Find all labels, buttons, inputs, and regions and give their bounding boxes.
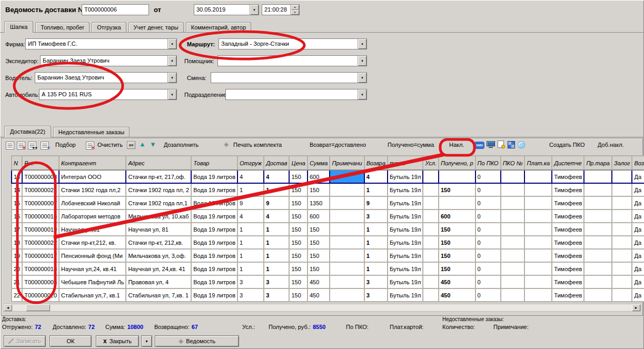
scroll-right-icon[interactable]: ► — [632, 304, 640, 311]
grid-cell[interactable]: 450 — [308, 288, 330, 302]
move-down-button[interactable]: ▼ — [150, 141, 156, 147]
grid-cell[interactable]: 9 — [237, 196, 264, 210]
grid-cell[interactable]: 21 — [12, 275, 22, 288]
grid-cell[interactable]: 3 — [237, 288, 264, 302]
grid-cell[interactable] — [439, 196, 475, 210]
monitor-button[interactable] — [487, 141, 495, 149]
grid-cell[interactable]: Да — [632, 249, 644, 262]
grid-cell[interactable]: Т000000016 — [22, 210, 59, 223]
column-header[interactable]: По ПКО — [475, 156, 501, 170]
column-header[interactable]: Адрес — [126, 156, 191, 170]
grid-cell[interactable]: Вода 19 литров — [191, 210, 237, 223]
grid-cell[interactable]: 600 — [308, 170, 330, 183]
avtomobil-combo[interactable]: А 135 РО 161 RUS ▼ — [39, 89, 177, 100]
grid-cell[interactable]: 450 — [439, 275, 475, 288]
grid-cell[interactable]: Да — [632, 196, 644, 210]
grid-cell[interactable]: 19 — [12, 249, 22, 262]
grid-cell[interactable] — [330, 275, 364, 288]
nakl-button[interactable]: Накл. — [449, 142, 464, 148]
grid-cell[interactable]: Лобачевский Николай — [59, 196, 126, 210]
horizontal-scrollbar[interactable]: ◄ ► — [3, 304, 641, 312]
grid-cell[interactable]: 17 — [12, 223, 22, 236]
grid-cell[interactable] — [524, 223, 552, 236]
scroll-thumb[interactable] — [26, 304, 50, 311]
dropdown-button[interactable]: ▼ — [167, 89, 176, 99]
grid-cell[interactable]: 1 — [264, 183, 289, 196]
grid-cell[interactable] — [584, 223, 612, 236]
clear-button[interactable]: ✕ — [86, 142, 94, 151]
grid-cell[interactable]: Бутыль 19л — [388, 183, 423, 196]
grid-cell[interactable] — [612, 183, 632, 196]
grid-cell[interactable] — [501, 249, 525, 262]
grid-cell[interactable]: Т000000021 — [22, 183, 59, 196]
grid-cell[interactable]: Вода 19 литров — [191, 223, 237, 236]
column-header[interactable]: Контрагент — [59, 156, 126, 170]
blocks-button[interactable] — [508, 141, 515, 149]
dropdown-button[interactable]: ▼ — [167, 39, 176, 49]
sort-button[interactable]: ая — [127, 141, 135, 149]
grid-cell[interactable]: 0 — [475, 170, 501, 183]
grid-cell[interactable]: 600 — [439, 210, 475, 223]
grid-cell[interactable] — [501, 183, 525, 196]
grid-cell[interactable]: 150 — [439, 262, 475, 275]
grid-cell[interactable] — [612, 262, 632, 275]
grid-cell[interactable] — [423, 236, 439, 249]
more-actions-button[interactable]: ▼ — [141, 335, 152, 347]
grid-cell[interactable] — [501, 196, 525, 210]
grid-cell[interactable] — [584, 262, 612, 275]
grid-cell[interactable]: Бутыль 19л — [388, 236, 423, 249]
grid-cell[interactable]: 20 — [12, 262, 22, 275]
grid-cell[interactable] — [524, 249, 552, 262]
grid-cell[interactable]: 18 — [12, 236, 22, 249]
grid-cell[interactable]: 150 — [289, 196, 308, 210]
dozapolnit-button[interactable]: Дозаполнить — [164, 142, 199, 148]
grid-cell[interactable]: Бутыль 19л — [388, 170, 423, 183]
dropdown-button[interactable]: ▼ — [167, 73, 176, 83]
grid-cell[interactable] — [501, 210, 525, 223]
grid-cell[interactable] — [524, 236, 552, 249]
grid-cell[interactable]: Тимофеев — [552, 288, 584, 302]
tab-toplivo-probeg[interactable]: Топливо, пробег — [35, 22, 90, 32]
grid-cell[interactable]: Да — [632, 288, 644, 302]
dropdown-button[interactable]: ▼ — [358, 39, 366, 49]
grid-cell[interactable]: 1 — [364, 262, 388, 275]
grid-cell[interactable]: Тимофеев — [552, 249, 584, 262]
grid-cell[interactable]: Т000000017 — [22, 249, 59, 262]
grid-cell[interactable]: 0 — [475, 249, 501, 262]
column-header[interactable]: тары — [388, 156, 423, 170]
grid-cell[interactable]: 150 — [289, 210, 308, 223]
column-header[interactable]: Пр.тара — [584, 156, 612, 170]
grid-cell[interactable] — [501, 236, 525, 249]
grid-cell[interactable] — [584, 275, 612, 288]
grid-cell[interactable]: 3 — [364, 210, 388, 223]
grid-cell[interactable]: Тимофеев — [552, 196, 584, 210]
smena-combo[interactable]: ▼ — [211, 72, 367, 83]
grid-cell[interactable] — [423, 288, 439, 302]
grid-cell[interactable]: 1 — [364, 183, 388, 196]
grid-cell[interactable]: 150 — [289, 275, 308, 288]
dropdown-button[interactable]: ▼ — [167, 56, 176, 66]
grid-cell[interactable]: Правовая ул, 4 — [126, 275, 191, 288]
grid-cell[interactable] — [423, 170, 439, 183]
grid-cell[interactable]: 22 — [12, 288, 22, 302]
grid-cell[interactable]: 13 — [12, 170, 22, 183]
grid-cell[interactable]: Вода 19 литров — [191, 249, 237, 262]
grid-cell[interactable]: Тимофеев — [552, 262, 584, 275]
podrazdelenie-combo[interactable]: ▼ — [225, 89, 367, 100]
grid-cell[interactable]: Вода 19 литров — [191, 275, 237, 288]
grid-cell[interactable] — [423, 223, 439, 236]
grid-cell[interactable] — [330, 223, 364, 236]
grid-cell[interactable]: Т000000008 — [22, 170, 59, 183]
grid-cell[interactable]: 150 — [289, 288, 308, 302]
grid-cell[interactable]: 15 — [12, 196, 22, 210]
grid-cell[interactable] — [524, 170, 552, 183]
grid-cell[interactable]: 0 — [475, 183, 501, 196]
grid-cell[interactable]: 0 — [475, 210, 501, 223]
grid-cell[interactable]: Вода 19 литров — [191, 170, 237, 183]
sozdat-pko-button[interactable]: Создать ПКО — [549, 142, 585, 148]
grid-cell[interactable]: Бутыль 19л — [388, 223, 423, 236]
grid-cell[interactable]: 4 — [264, 170, 289, 183]
grid-cell[interactable]: Бутыль 19л — [388, 288, 423, 302]
grid-cell[interactable] — [439, 170, 475, 183]
grid-cell[interactable]: 1 — [264, 262, 289, 275]
